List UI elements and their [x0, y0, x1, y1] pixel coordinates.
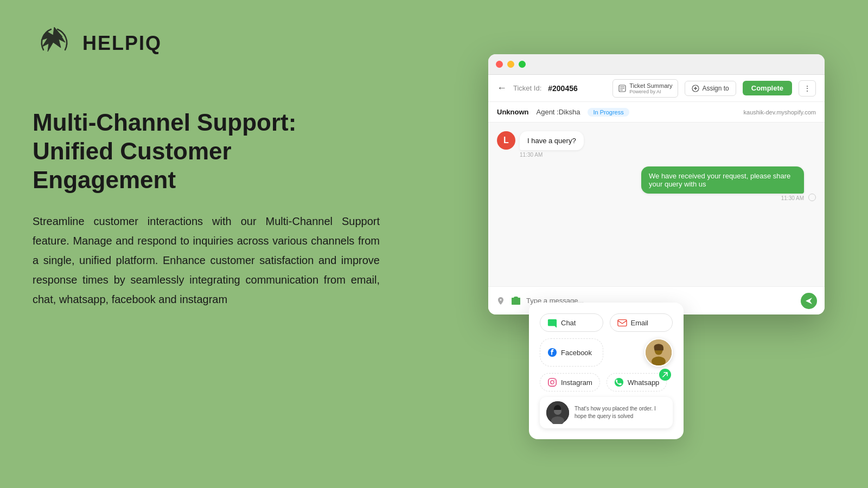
chat-area: L I have a query? 11:30 AM We have recei…	[488, 123, 825, 286]
instagram-channel[interactable]: Instagram	[540, 373, 600, 391]
message-time-right: 11:30 AM	[641, 195, 804, 201]
chat-channel[interactable]: Chat	[540, 313, 603, 332]
whatsapp-icon	[614, 377, 624, 387]
send-icon	[805, 297, 813, 305]
back-button[interactable]: ←	[497, 82, 507, 94]
email-icon	[617, 318, 627, 328]
facebook-icon	[547, 348, 557, 357]
window-chrome	[488, 54, 825, 75]
app-window: ← Ticket Id: #200456 Ticket Summary Powe…	[488, 54, 825, 314]
assign-icon	[692, 85, 699, 92]
status-badge: In Progress	[588, 108, 629, 117]
logo-area: HELPIQ	[33, 22, 162, 65]
ticket-id-label: Ticket Id:	[513, 84, 541, 92]
read-receipt	[808, 194, 816, 201]
expand-dot[interactable]	[519, 61, 526, 68]
assign-button[interactable]: Assign to	[685, 81, 736, 96]
svg-point-11	[652, 356, 666, 366]
second-channel-row: Instagram Whatsapp	[540, 373, 673, 391]
instagram-icon	[547, 377, 557, 387]
chat-icon	[547, 318, 557, 328]
svg-point-13	[551, 381, 554, 384]
facebook-channel[interactable]: Facebook	[540, 338, 603, 367]
preview-avatar-svg	[546, 401, 569, 424]
camera-icon	[511, 296, 521, 306]
whatsapp-channel-wrapper: Whatsapp	[607, 373, 667, 391]
complete-button[interactable]: Complete	[743, 81, 792, 95]
svg-rect-7	[617, 320, 626, 326]
left-content: Multi-Channel Support: Unified Customer …	[33, 108, 380, 309]
preview-avatar	[546, 401, 569, 424]
wa-send-arrow	[659, 369, 671, 381]
agent-info: Agent :Diksha	[537, 108, 580, 116]
ticket-info-bar: Unknown Agent :Diksha In Progress kaushi…	[488, 102, 825, 123]
minimize-dot[interactable]	[507, 61, 514, 68]
chat-preview-card: That's how you placed the order. I hope …	[540, 397, 673, 428]
summary-sub: Powered by AI	[629, 89, 672, 94]
brand-name: HELPIQ	[82, 32, 162, 55]
close-dot[interactable]	[496, 61, 503, 68]
page-headline: Multi-Channel Support: Unified Customer …	[33, 108, 380, 194]
email-channel[interactable]: Email	[610, 313, 673, 332]
profile-image-container	[610, 338, 673, 367]
logo-icon	[33, 22, 76, 65]
profile-avatar-svg	[646, 338, 672, 367]
svg-point-14	[554, 380, 554, 380]
arrow-icon	[662, 372, 668, 377]
page-description: Streamline customer interactions with ou…	[33, 211, 380, 309]
sender-avatar: L	[497, 131, 515, 150]
ticket-header: ← Ticket Id: #200456 Ticket Summary Powe…	[488, 75, 825, 102]
channels-grid: Chat Email Facebook	[540, 313, 673, 367]
summary-icon	[618, 85, 626, 92]
assign-label: Assign to	[702, 85, 729, 92]
send-button[interactable]	[801, 293, 817, 309]
message-bubble-right: We have received your request, please sh…	[641, 166, 804, 194]
ticket-id-number: #200456	[548, 84, 578, 93]
ticket-summary-button[interactable]: Ticket Summary Powered by AI	[612, 79, 678, 98]
chat-preview-text: That's how you placed the order. I hope …	[575, 405, 666, 420]
contact-name: Unknown	[497, 108, 529, 116]
svg-point-15	[615, 378, 623, 387]
message-row-left: L I have a query? 11:30 AM	[497, 131, 816, 158]
message-bubble-left: I have a query?	[520, 131, 584, 150]
more-options-button[interactable]: ⋮	[799, 80, 816, 97]
summary-label: Ticket Summary	[629, 82, 672, 89]
location-icon	[496, 296, 506, 306]
shopify-url: kaushik-dev.myshopify.com	[744, 109, 816, 115]
message-time-left: 11:30 AM	[520, 152, 584, 158]
whatsapp-channel[interactable]: Whatsapp	[607, 373, 667, 391]
svg-rect-12	[548, 378, 556, 386]
profile-avatar	[644, 338, 673, 367]
message-row-right: We have received your request, please sh…	[497, 166, 816, 201]
channels-card: Chat Email Facebook	[529, 303, 684, 439]
